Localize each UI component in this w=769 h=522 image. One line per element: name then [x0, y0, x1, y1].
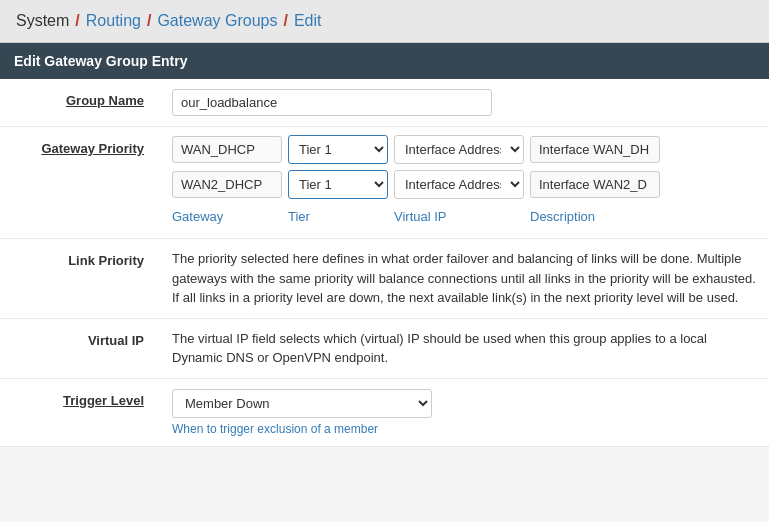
- group-name-row: Group Name our_loadbalance: [0, 79, 769, 127]
- gateway-entry-0: WAN_DHCP Tier 1 Tier 2 Tier 3 Tier 4 Tie…: [172, 135, 757, 164]
- breadcrumb: System / Routing / Gateway Groups / Edit: [0, 0, 769, 43]
- col-header-description: Description: [530, 209, 660, 224]
- gateway-priority-row: Gateway Priority WAN_DHCP Tier 1 Tier 2 …: [0, 127, 769, 239]
- gateway-desc-0: Interface WAN_DH: [530, 136, 660, 163]
- virtual-ip-content: The virtual IP field selects which (virt…: [160, 319, 769, 378]
- gateway-name-0: WAN_DHCP: [172, 136, 282, 163]
- virtual-ip-text: The virtual IP field selects which (virt…: [172, 329, 757, 368]
- trigger-level-label: Trigger Level: [0, 379, 160, 422]
- trigger-level-content: Member Down Packet Loss High Latency Pac…: [160, 379, 769, 446]
- panel-title: Edit Gateway Group Entry: [0, 43, 769, 79]
- gateway-tier-select-1[interactable]: Tier 1 Tier 2 Tier 3 Tier 4 Tier 5 Never: [288, 170, 388, 199]
- breadcrumb-sep-1: /: [75, 12, 79, 30]
- trigger-level-select[interactable]: Member Down Packet Loss High Latency Pac…: [172, 389, 432, 418]
- breadcrumb-sep-3: /: [283, 12, 287, 30]
- breadcrumb-edit[interactable]: Edit: [294, 12, 322, 30]
- main-panel: Edit Gateway Group Entry Group Name our_…: [0, 43, 769, 447]
- group-name-input[interactable]: our_loadbalance: [172, 89, 492, 116]
- group-name-control: our_loadbalance: [160, 79, 769, 126]
- gateway-tier-select-0[interactable]: Tier 1 Tier 2 Tier 3 Tier 4 Tier 5 Never: [288, 135, 388, 164]
- gateway-vip-select-1[interactable]: Interface Address: [394, 170, 524, 199]
- link-priority-text: The priority selected here defines in wh…: [172, 249, 757, 308]
- breadcrumb-sep-2: /: [147, 12, 151, 30]
- gateway-entry-1: WAN2_DHCP Tier 1 Tier 2 Tier 3 Tier 4 Ti…: [172, 170, 757, 199]
- gateway-priority-label: Gateway Priority: [0, 127, 160, 238]
- trigger-hint-text: When to trigger exclusion of a member: [172, 422, 757, 436]
- gateway-desc-1: Interface WAN2_D: [530, 171, 660, 198]
- breadcrumb-routing[interactable]: Routing: [86, 12, 141, 30]
- trigger-level-row: Trigger Level Member Down Packet Loss Hi…: [0, 379, 769, 447]
- virtual-ip-row: Virtual IP The virtual IP field selects …: [0, 319, 769, 379]
- virtual-ip-label: Virtual IP: [0, 319, 160, 362]
- breadcrumb-system: System: [16, 12, 69, 30]
- col-header-gateway: Gateway: [172, 209, 282, 224]
- link-priority-label: Link Priority: [0, 239, 160, 282]
- form-body: Group Name our_loadbalance Gateway Prior…: [0, 79, 769, 447]
- col-header-vip: Virtual IP: [394, 209, 524, 224]
- link-priority-row: Link Priority The priority selected here…: [0, 239, 769, 319]
- group-name-label: Group Name: [0, 79, 160, 122]
- col-header-tier: Tier: [288, 209, 388, 224]
- link-priority-content: The priority selected here defines in wh…: [160, 239, 769, 318]
- gateway-name-1: WAN2_DHCP: [172, 171, 282, 198]
- breadcrumb-gateway-groups[interactable]: Gateway Groups: [157, 12, 277, 30]
- gateway-priority-content: WAN_DHCP Tier 1 Tier 2 Tier 3 Tier 4 Tie…: [160, 127, 769, 238]
- gateway-vip-select-0[interactable]: Interface Address: [394, 135, 524, 164]
- gateway-col-headers: Gateway Tier Virtual IP Description: [172, 205, 757, 230]
